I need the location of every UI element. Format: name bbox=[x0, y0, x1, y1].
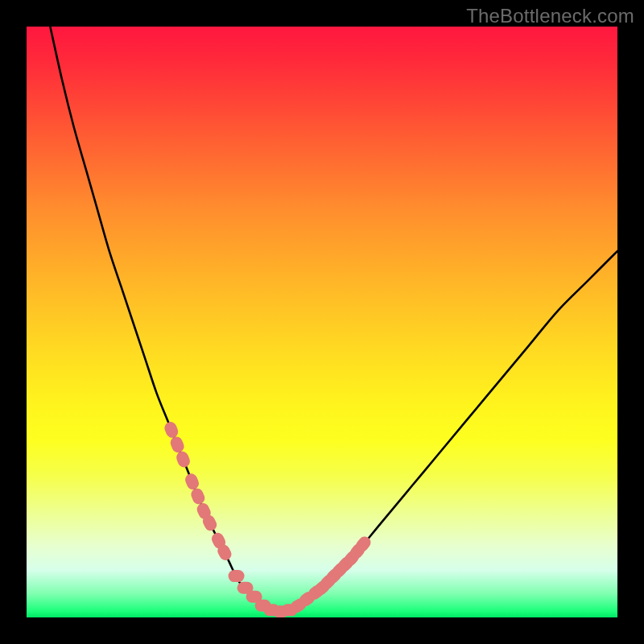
svg-rect-3 bbox=[184, 472, 200, 491]
svg-rect-0 bbox=[163, 420, 180, 440]
plot-area bbox=[27, 27, 617, 617]
watermark-text: TheBottleneck.com bbox=[466, 5, 634, 27]
curve-svg bbox=[27, 27, 617, 617]
curve-markers bbox=[163, 420, 373, 617]
svg-rect-2 bbox=[175, 450, 192, 469]
chart-frame: TheBottleneck.com bbox=[0, 0, 644, 644]
svg-rect-1 bbox=[168, 435, 185, 454]
bottleneck-curve bbox=[50, 27, 617, 613]
svg-rect-20 bbox=[229, 570, 245, 582]
svg-rect-26 bbox=[282, 604, 298, 616]
svg-rect-4 bbox=[189, 486, 206, 506]
